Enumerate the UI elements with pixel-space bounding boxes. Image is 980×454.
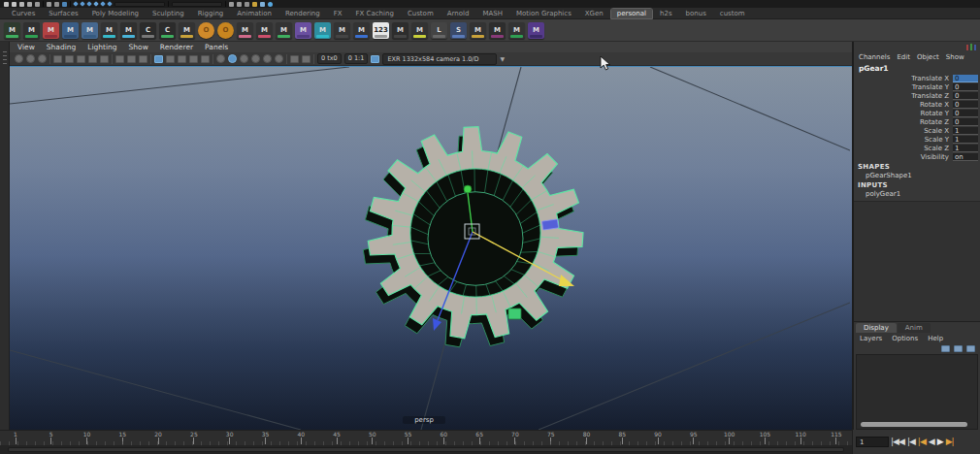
- create-layer-from-selected-icon[interactable]: [954, 345, 963, 352]
- viewport-toolbar-icon[interactable]: [53, 55, 62, 63]
- channel-value-field[interactable]: 0: [953, 110, 978, 117]
- channel-label[interactable]: Translate Z: [911, 92, 953, 100]
- shelf-tab[interactable]: Custom: [402, 9, 440, 18]
- status-icon[interactable]: [225, 1, 226, 7]
- shelf-tab[interactable]: XGen: [579, 9, 609, 18]
- status-icon[interactable]: [73, 1, 79, 7]
- shelf-button[interactable]: M: [489, 22, 506, 39]
- viewport-toolbar-icon[interactable]: EXR 1332x584 camera 1.0/D: [382, 53, 497, 65]
- channel-label[interactable]: Scale X: [924, 127, 953, 135]
- channel-value-field[interactable]: 0: [953, 92, 978, 100]
- viewport-toolbar-icon[interactable]: [290, 55, 299, 63]
- shelf-tab[interactable]: personal: [611, 9, 652, 18]
- panel-menu-item[interactable]: Show: [129, 43, 148, 51]
- panel-menu-item[interactable]: Panels: [205, 43, 228, 51]
- shelf-button[interactable]: M: [62, 22, 79, 39]
- shelf-button[interactable]: O: [198, 22, 214, 39]
- status-icon[interactable]: [229, 2, 234, 7]
- status-icon[interactable]: [35, 2, 40, 7]
- viewport-toolbar-icon[interactable]: [100, 55, 109, 63]
- panel-side-strip[interactable]: [0, 42, 10, 430]
- status-icon[interactable]: [19, 2, 24, 7]
- playback-button[interactable]: ◀: [929, 437, 934, 447]
- layer-list-scrollbar[interactable]: [861, 422, 967, 427]
- status-icon[interactable]: [43, 1, 44, 7]
- layer-editor-menu-item[interactable]: Help: [928, 335, 943, 342]
- shelf-tab[interactable]: Sculpting: [147, 9, 190, 18]
- status-icon[interactable]: [86, 1, 92, 7]
- viewport-toolbar-icon[interactable]: [166, 55, 175, 63]
- channel-label[interactable]: Rotate X: [920, 101, 953, 109]
- shelf-button[interactable]: M: [528, 22, 544, 39]
- shelf-tab[interactable]: Curves: [6, 9, 41, 18]
- viewport-toolbar-icon[interactable]: [189, 55, 198, 63]
- status-icon[interactable]: [12, 2, 16, 7]
- shelf-button[interactable]: M: [295, 22, 311, 39]
- input-node-name[interactable]: polyGear1: [854, 189, 980, 198]
- status-icon[interactable]: [93, 1, 99, 7]
- shelf-button[interactable]: M: [470, 22, 486, 39]
- status-icon[interactable]: [80, 1, 85, 7]
- channel-label[interactable]: Rotate Y: [921, 110, 953, 117]
- playback-button[interactable]: |◀◀: [891, 437, 904, 447]
- channel-value-field[interactable]: 1: [953, 127, 978, 135]
- channel-box-menu-item[interactable]: Object: [917, 53, 939, 61]
- shelf-button[interactable]: M: [276, 22, 292, 39]
- shelf-tab[interactable]: h2s: [654, 9, 678, 18]
- shelf-tab[interactable]: bonus: [680, 9, 712, 18]
- viewport-toolbar-icon[interactable]: 0 1:1: [344, 53, 369, 64]
- viewport-toolbar-icon[interactable]: [201, 55, 210, 63]
- range-slider-track[interactable]: [8, 447, 844, 452]
- viewport-toolbar-icon[interactable]: ▼: [500, 55, 505, 62]
- panel-menu-item[interactable]: Shading: [47, 43, 76, 51]
- viewport-toolbar-icon[interactable]: [251, 54, 260, 63]
- playback-button[interactable]: ▶|: [946, 437, 954, 447]
- status-icon[interactable]: [168, 1, 169, 7]
- channel-box-menu-item[interactable]: Channels: [859, 53, 890, 61]
- layer-editor-tab[interactable]: Display: [856, 323, 897, 333]
- shelf-button[interactable]: O: [217, 22, 234, 39]
- channel-value-field[interactable]: 0: [953, 83, 978, 91]
- viewport-toolbar-icon[interactable]: [216, 54, 225, 63]
- status-icon[interactable]: [172, 2, 222, 7]
- shelf-tab[interactable]: FX: [328, 9, 348, 18]
- shelf-button[interactable]: L: [431, 22, 447, 39]
- viewport-toolbar-icon[interactable]: [115, 55, 124, 63]
- status-icon[interactable]: [70, 1, 71, 7]
- channel-label[interactable]: Translate Y: [912, 83, 953, 91]
- channel-label[interactable]: Rotate Z: [920, 118, 953, 126]
- playback-button[interactable]: |◀: [907, 437, 915, 447]
- viewport-toolbar-icon[interactable]: [112, 54, 113, 64]
- viewport-toolbar-icon[interactable]: [88, 55, 97, 63]
- shelf-button[interactable]: M: [120, 22, 137, 39]
- channel-label[interactable]: Translate X: [911, 75, 953, 82]
- object-name[interactable]: pGear1: [854, 63, 980, 74]
- viewport-toolbar-icon[interactable]: [212, 54, 213, 64]
- shelf-button[interactable]: C: [159, 22, 176, 39]
- viewport-toolbar-icon[interactable]: [127, 55, 136, 63]
- create-empty-layer-icon[interactable]: [941, 345, 950, 352]
- playback-button[interactable]: ▶: [937, 437, 943, 447]
- shelf-tab[interactable]: Rigging: [192, 9, 230, 18]
- shelf-button[interactable]: M: [353, 22, 370, 39]
- viewport-toolbar-icon[interactable]: [15, 54, 23, 63]
- shelf-button[interactable]: S: [450, 22, 467, 39]
- shelf-button[interactable]: M: [237, 22, 253, 39]
- viewport-toolbar-icon[interactable]: [302, 55, 310, 63]
- layer-list[interactable]: [856, 354, 978, 430]
- channel-value-field[interactable]: on: [953, 153, 978, 161]
- shelf-tab[interactable]: Animation: [231, 9, 278, 18]
- panel-menu-item[interactable]: Lighting: [87, 43, 116, 51]
- viewport-toolbar-icon[interactable]: [228, 54, 237, 63]
- current-frame-field[interactable]: 1: [856, 437, 889, 447]
- viewport-toolbar-icon[interactable]: [371, 55, 379, 63]
- perspective-view[interactable]: persp: [10, 66, 852, 430]
- channel-value-field[interactable]: 0: [953, 75, 978, 82]
- shelf-button[interactable]: M: [4, 22, 20, 39]
- status-icon[interactable]: [114, 2, 165, 7]
- status-icon[interactable]: [62, 2, 67, 7]
- shelf-tab[interactable]: custom: [714, 9, 751, 18]
- shelf-tab[interactable]: Rendering: [279, 9, 326, 18]
- status-icon[interactable]: [245, 2, 249, 7]
- status-icon[interactable]: [252, 2, 257, 7]
